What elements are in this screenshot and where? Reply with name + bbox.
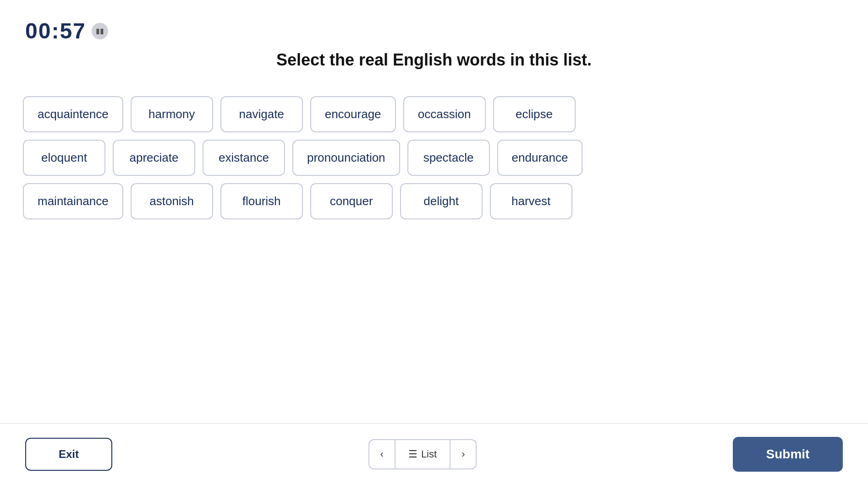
exit-button[interactable]: Exit (25, 438, 112, 471)
word-occassion[interactable]: occassion (403, 96, 486, 132)
timer-display: 00:57 (25, 18, 86, 44)
word-acquaintence[interactable]: acquaintence (23, 96, 123, 132)
word-pronounciation[interactable]: pronounciation (292, 140, 400, 176)
prev-button[interactable]: ‹ (368, 439, 395, 469)
word-conquer[interactable]: conquer (310, 183, 393, 219)
word-flourish[interactable]: flourish (220, 183, 303, 219)
list-label: List (421, 448, 437, 460)
word-harmony[interactable]: harmony (131, 96, 213, 132)
word-endurance[interactable]: endurance (497, 140, 583, 176)
word-apreciate[interactable]: apreciate (113, 140, 195, 176)
bottom-divider (0, 423, 868, 424)
word-spectacle[interactable]: spectacle (407, 140, 490, 176)
words-row-2: eloquent apreciate existance pronounciat… (23, 140, 845, 176)
pause-button[interactable]: ▮▮ (92, 23, 108, 39)
words-container: acquaintence harmony navigate encourage … (23, 96, 845, 219)
word-eclipse[interactable]: eclipse (493, 96, 576, 132)
word-astonish[interactable]: astonish (131, 183, 213, 219)
pause-icon: ▮▮ (96, 27, 104, 35)
word-navigate[interactable]: navigate (220, 96, 303, 132)
chevron-right-icon: › (461, 448, 465, 460)
word-harvest[interactable]: harvest (490, 183, 572, 219)
list-button[interactable]: ☰ List (395, 439, 450, 469)
timer-area: 00:57 ▮▮ (25, 18, 108, 44)
nav-center: ‹ ☰ List › (368, 439, 477, 469)
bottom-bar: Exit ‹ ☰ List › Submit (0, 437, 868, 472)
list-icon: ☰ (408, 448, 418, 460)
word-encourage[interactable]: encourage (310, 96, 396, 132)
chevron-left-icon: ‹ (380, 448, 384, 460)
word-delight[interactable]: delight (400, 183, 483, 219)
submit-button[interactable]: Submit (733, 437, 843, 472)
word-existance[interactable]: existance (203, 140, 285, 176)
word-eloquent[interactable]: eloquent (23, 140, 105, 176)
next-button[interactable]: › (450, 439, 477, 469)
words-row-1: acquaintence harmony navigate encourage … (23, 96, 845, 132)
word-maintainance[interactable]: maintainance (23, 183, 123, 219)
words-row-3: maintainance astonish flourish conquer d… (23, 183, 845, 219)
question-title: Select the real English words in this li… (0, 50, 868, 70)
